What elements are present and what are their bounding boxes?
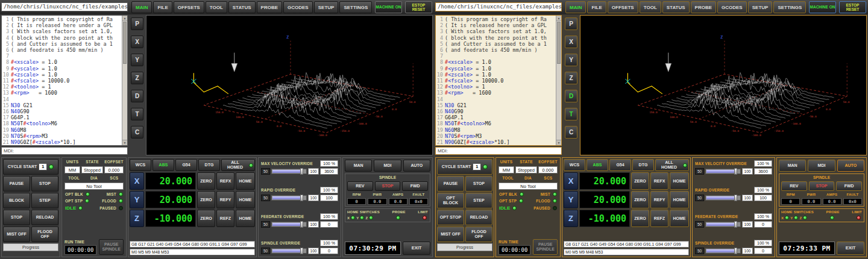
menu-tab-gcodes[interactable]: GCODES — [717, 1, 747, 13]
g54-button[interactable]: G54 — [175, 159, 197, 171]
man-mode-button[interactable]: MAN — [779, 160, 806, 172]
home-x-button[interactable]: HOME — [670, 172, 689, 190]
menu-tab-offsets[interactable]: OFFSETS — [174, 1, 204, 13]
editor-scrollbar[interactable]: ▲ ▼ — [122, 16, 127, 145]
auto-mode-button[interactable]: AUTO — [403, 160, 430, 172]
mdi-input[interactable]: MDI: — [435, 147, 562, 155]
zero-z-button[interactable]: ZERO — [631, 210, 649, 227]
opt-stop-button[interactable]: OPT STOP — [437, 210, 464, 225]
flood-off-button[interactable]: FLOOD OFF — [31, 226, 58, 242]
side-tab-d[interactable]: D — [131, 90, 143, 102]
mdi-input[interactable]: MDI: — [1, 147, 128, 155]
pause-spindle-button[interactable]: PAUSE SPINDLE — [533, 239, 558, 255]
zero-y-button[interactable]: ZERO — [631, 191, 649, 208]
refx-button[interactable]: REFX — [650, 172, 668, 190]
axis-x-button[interactable]: X — [130, 172, 144, 190]
reload-button[interactable]: RELOAD — [465, 210, 492, 225]
opt-stop-button[interactable]: STOP — [3, 210, 30, 225]
zero-z-button[interactable]: ZERO — [197, 210, 215, 227]
slider-knob[interactable] — [300, 168, 303, 175]
dtg-button[interactable]: DTG — [198, 159, 220, 171]
all-homed-button[interactable]: ALL HOMED — [655, 159, 689, 171]
menu-tab-main[interactable]: MAIN — [131, 1, 152, 13]
toolpath-preview[interactable]: Z 150.0100.050.00.0-50.0-100.0-150.0-100… — [580, 15, 867, 155]
menu-tab-offsets[interactable]: OFFSETS — [608, 1, 638, 13]
pause-button[interactable]: PAUSE — [437, 176, 464, 192]
stop-button[interactable]: STOP — [31, 176, 58, 192]
opt-block-button[interactable]: OPT BLOCK — [437, 193, 464, 208]
gcode-editor[interactable]: 1( This program is copyright of Ra2( It … — [1, 15, 128, 146]
side-tab-p[interactable]: P — [565, 17, 577, 30]
menu-tab-file[interactable]: FILE — [587, 1, 606, 13]
machine-on-button[interactable]: MACHINE ON — [809, 1, 836, 13]
feedrate-override-slider[interactable] — [271, 222, 307, 227]
menu-tab-settings[interactable]: SETTINGS — [773, 1, 806, 13]
opt-block-button[interactable]: BLOCK — [3, 193, 30, 208]
scrollbar-thumb[interactable] — [557, 22, 561, 64]
spindle-fwd-button[interactable]: FWD — [836, 181, 862, 191]
slider-knob[interactable] — [300, 195, 303, 201]
axis-x-button[interactable]: X — [564, 172, 578, 190]
side-tab-y[interactable]: Y — [565, 54, 577, 66]
side-tab-p[interactable]: P — [131, 17, 143, 30]
refz-button[interactable]: REFZ — [650, 210, 668, 227]
estop-reset-button[interactable]: ESTOP RESET — [405, 1, 432, 13]
menu-tab-file[interactable]: FILE — [153, 1, 172, 13]
auto-mode-button[interactable]: AUTO — [837, 160, 864, 172]
file-path-field[interactable]: /home/chris/linuxcnc/nc_files/examples/3… — [435, 2, 562, 11]
menu-tab-setup[interactable]: SETUP — [314, 1, 339, 13]
home-z-button[interactable]: HOME — [670, 210, 689, 227]
side-tab-x[interactable]: X — [131, 36, 143, 48]
refy-button[interactable]: REFY — [216, 191, 234, 208]
menu-tab-settings[interactable]: SETTINGS — [339, 1, 372, 13]
slider-knob[interactable] — [300, 221, 303, 228]
axis-z-button[interactable]: Z — [130, 210, 144, 227]
side-tab-c[interactable]: C — [565, 126, 577, 139]
zero-x-button[interactable]: ZERO — [197, 172, 215, 190]
flood-off-button[interactable]: FLOOD OFF — [465, 226, 492, 242]
side-tab-z[interactable]: Z — [565, 72, 577, 84]
refz-button[interactable]: REFZ — [216, 210, 234, 227]
rapid-override-slider[interactable] — [271, 195, 307, 201]
slider-knob[interactable] — [734, 221, 737, 228]
scroll-up-icon[interactable]: ▲ — [556, 16, 561, 21]
menu-tab-status[interactable]: STATUS — [662, 1, 690, 13]
mist-off-button[interactable]: MIST OFF — [3, 226, 30, 242]
slider-knob[interactable] — [300, 248, 303, 254]
scroll-down-icon[interactable]: ▼ — [122, 140, 127, 145]
side-tab-y[interactable]: Y — [131, 54, 143, 66]
max-velocity-slider[interactable] — [705, 169, 741, 174]
side-tab-x[interactable]: X — [565, 36, 577, 48]
spindle-override-slider[interactable] — [271, 248, 307, 254]
feedrate-override-slider[interactable] — [705, 222, 741, 227]
menu-tab-setup[interactable]: SETUP — [748, 1, 773, 13]
pause-spindle-button[interactable]: PAUSE SPINDLE — [99, 239, 124, 255]
max-velocity-slider[interactable] — [271, 169, 307, 174]
wcs-button[interactable]: WCS — [564, 159, 585, 171]
exit-button[interactable]: EXIT — [837, 242, 864, 255]
home-y-button[interactable]: HOME — [236, 191, 255, 208]
spindle-rev-button[interactable]: REV — [347, 181, 373, 191]
axis-y-button[interactable]: Y — [564, 191, 578, 208]
refy-button[interactable]: REFY — [650, 191, 668, 208]
machine-on-button[interactable]: MACHINE ON — [375, 1, 402, 13]
slider-knob[interactable] — [734, 248, 737, 254]
spindle-override-slider[interactable] — [705, 248, 741, 254]
mist-off-button[interactable]: MIST OFF — [437, 226, 464, 242]
dtg-button[interactable]: DTG — [632, 159, 654, 171]
side-tab-d[interactable]: D — [565, 90, 577, 102]
menu-tab-gcodes[interactable]: GCODES — [283, 1, 313, 13]
man-mode-button[interactable]: MAN — [345, 160, 372, 172]
menu-tab-main[interactable]: MAIN — [565, 1, 586, 13]
side-tab-t[interactable]: T — [565, 108, 577, 120]
scroll-down-icon[interactable]: ▼ — [556, 140, 561, 145]
editor-scrollbar[interactable]: ▲ ▼ — [556, 16, 561, 145]
zero-x-button[interactable]: ZERO — [631, 172, 649, 190]
pause-button[interactable]: PAUSE — [3, 176, 30, 192]
slider-knob[interactable] — [734, 195, 737, 201]
step-button[interactable]: STEP — [465, 193, 492, 208]
gcode-editor[interactable]: 1( This program is copyright of Ra2( It … — [435, 15, 562, 146]
home-z-button[interactable]: HOME — [236, 210, 255, 227]
side-tab-z[interactable]: Z — [131, 72, 143, 84]
estop-reset-button[interactable]: ESTOP RESET — [839, 1, 866, 13]
